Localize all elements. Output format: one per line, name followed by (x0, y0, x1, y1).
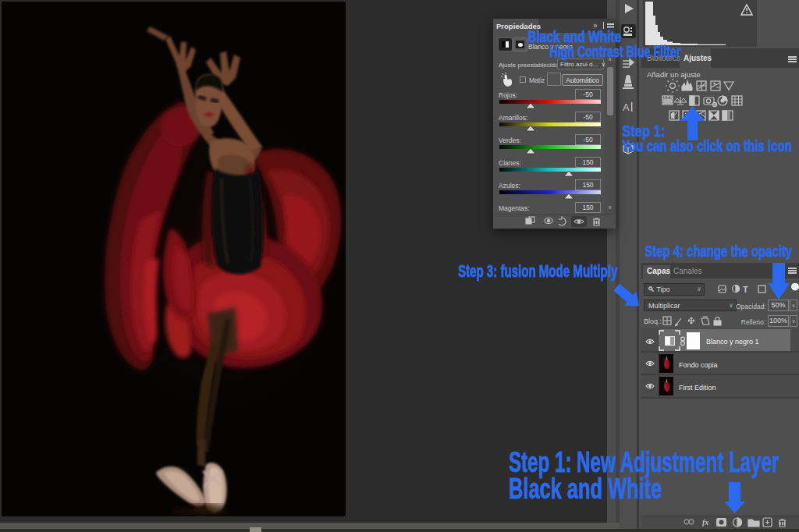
svg-text:T: T (743, 285, 748, 294)
svg-text:A: A (623, 101, 630, 113)
svg-text:fx: fx (702, 518, 708, 527)
